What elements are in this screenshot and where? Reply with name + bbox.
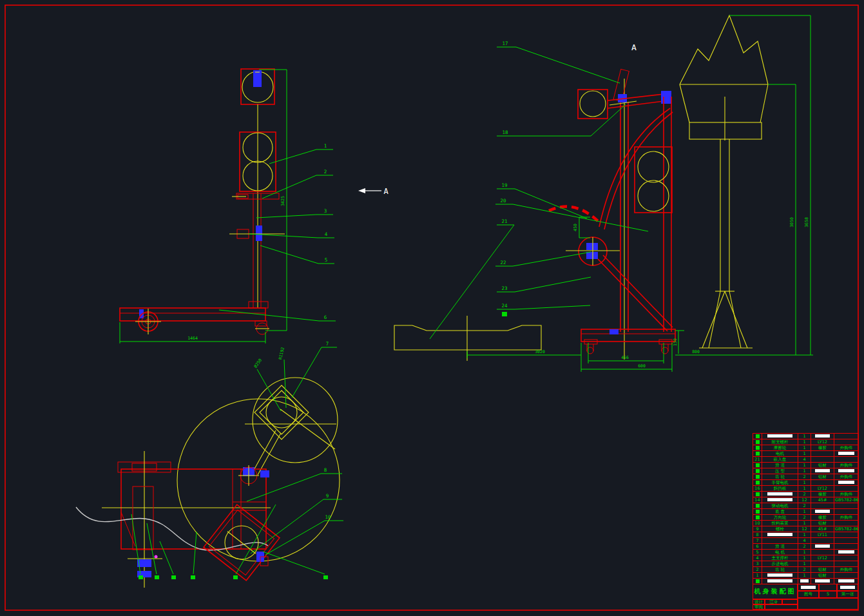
bom-row: 摩擦轮1橡胶外购件: [753, 445, 859, 451]
sheet-no-value: 5: [819, 591, 837, 598]
bom-row: 10投料装置1铝材: [753, 521, 859, 526]
review-label: 审阅: [753, 604, 765, 610]
bom-row: 2橡胶外购件: [753, 492, 859, 497]
drawing-title: 机身装配图: [753, 584, 798, 599]
callout-19: 19: [501, 182, 507, 188]
title-block-empty: [798, 598, 858, 610]
bom-row: 底 盘1: [753, 509, 859, 515]
bom-row: 电机1: [753, 451, 859, 457]
bom-row: 手臂电机1: [753, 480, 859, 486]
cad-sheet: { "colors": { "bg": "#161a22", "red": "#…: [0, 0, 864, 616]
designer-name: 江冷: [765, 599, 782, 604]
left-view: 3425 1464 1 2 3 4 5 6: [120, 69, 336, 343]
callout-21: 21: [501, 218, 507, 224]
bom-row: 16斜挡板1LY12: [753, 486, 859, 492]
callout-24: 24: [501, 303, 508, 309]
bom-row: 附支螺杆1LY12: [753, 439, 859, 445]
bom-row: 齿 轮2铝材外购件: [753, 474, 859, 480]
bom-row: 压 型1: [753, 468, 859, 474]
bom-row: 11铝材: [753, 573, 859, 579]
review-blank-cell: [765, 604, 798, 610]
callout-8: 8: [324, 467, 327, 473]
callout-10: 10: [325, 514, 331, 520]
dim-left-height: 3425: [280, 196, 285, 206]
bom-table: 1附支螺杆1LY12摩擦轮1橡胶外购件电机121嵌入盘4滑 道1铝材外购件压 型…: [753, 433, 859, 584]
plan-view: 7 8 9 10 Ø250 R1192: [76, 341, 343, 588]
bom-row: 3步进电机1: [753, 561, 859, 567]
bom-row: 74: [753, 538, 859, 544]
bom-row: 4主支撑杆1LY12: [753, 555, 859, 561]
title-block-cell: [819, 584, 837, 591]
bom-row: 6滑 道2: [753, 544, 859, 550]
bom-row: 9螺栓1245#GB5782-86: [753, 526, 859, 532]
callout-9: 9: [326, 493, 329, 499]
view-a-label: A: [631, 43, 637, 52]
callout-5: 5: [325, 257, 328, 263]
dim-plan-d: Ø250: [253, 358, 264, 369]
section-arrow-label: A: [383, 187, 389, 196]
callout-17: 17: [502, 41, 508, 46]
callout-1: 1: [324, 143, 327, 149]
bom-row: 驱动电机2: [753, 503, 859, 509]
dim-plan-r: R1192: [278, 347, 285, 360]
dim-base-width: 600: [638, 363, 646, 369]
title-block-cell: [837, 584, 858, 591]
cad-canvas: 3425 1464 1 2 3 4 5 6: [0, 0, 864, 616]
dim-tree-total: 3658: [804, 217, 809, 227]
bom-row: 万向轮2橡胶外购件: [753, 515, 859, 521]
bom-row: 2齿 轮2铝材外购件: [753, 567, 859, 573]
design-blank-cell: [782, 599, 798, 604]
callout-23: 23: [501, 285, 507, 291]
bom-block: 1附支螺杆1LY12摩擦轮1橡胶外购件电机121嵌入盘4滑 道1铝材外购件压 型…: [753, 433, 858, 610]
callout-6: 6: [324, 314, 327, 320]
bom-row: 5电 机1: [753, 550, 859, 555]
sheet-no-label: 图号: [798, 591, 819, 598]
bom-row: 81LY11: [753, 532, 859, 538]
callout-18: 18: [502, 130, 508, 135]
dim-col-offset: 450: [573, 224, 578, 231]
callout-4: 4: [325, 231, 328, 237]
dim-tree-mid: 3050: [789, 217, 794, 227]
section-arrow: A: [358, 187, 389, 196]
callout-3: 3: [324, 208, 327, 214]
callout-20: 20: [500, 198, 506, 204]
bom-row: 141245#GB5782-86: [753, 497, 859, 503]
white-block: [801, 586, 815, 589]
bom-row: 21嵌入盘4: [753, 457, 859, 463]
dim-left-base: 1464: [187, 336, 198, 341]
dim-trough-span: 3020: [535, 349, 545, 354]
bom-row: 滑 道1铝材外购件: [753, 463, 859, 468]
brush-tree: [680, 15, 768, 348]
bom-row: 1: [753, 434, 859, 439]
white-block: [840, 586, 854, 589]
title-block-cell: [798, 584, 819, 591]
callout-7: 7: [326, 341, 329, 347]
callout-2: 2: [324, 169, 327, 175]
design-label: 设计: [753, 599, 765, 604]
right-view: A: [394, 15, 813, 372]
dim-base-offset: 800: [692, 349, 700, 354]
sheet-count: 第一张: [837, 591, 858, 598]
dim-wheel-span: 456: [621, 355, 629, 360]
dim-base-h: 150: [673, 338, 678, 346]
callout-22: 22: [500, 260, 506, 265]
